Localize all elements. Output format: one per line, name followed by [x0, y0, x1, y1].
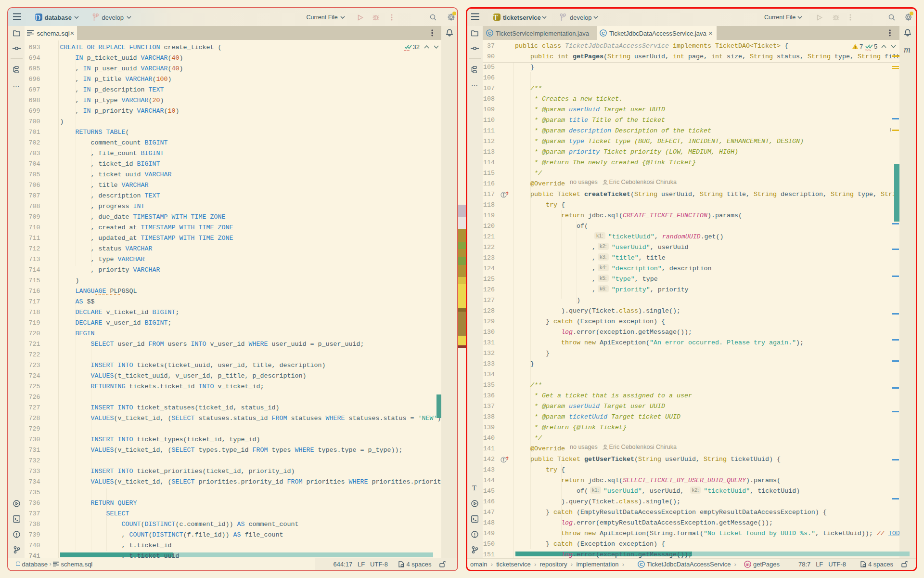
svg-text:C: C	[488, 30, 491, 36]
svg-text:C: C	[602, 30, 605, 36]
svg-text:m: m	[745, 562, 749, 567]
svg-text:C: C	[640, 562, 643, 567]
